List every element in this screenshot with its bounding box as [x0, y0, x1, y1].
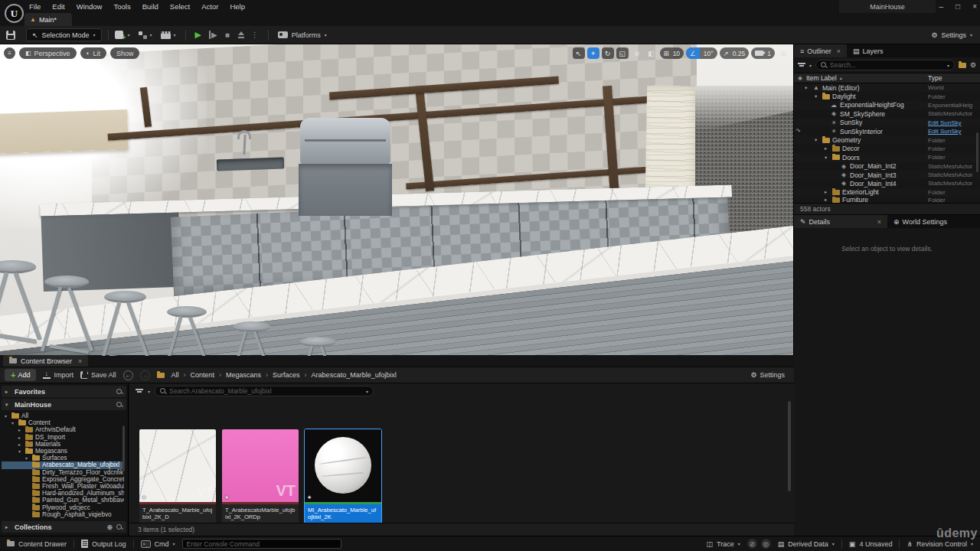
tab-content-browser[interactable]: Content Browser ×	[3, 355, 88, 367]
search-icon[interactable]	[116, 524, 122, 530]
outliner-row[interactable]: ▸Furniture Folder	[794, 197, 980, 203]
tab-details[interactable]: ✎ Details ×	[794, 215, 887, 228]
snapshot-status-icon[interactable]: ◎	[761, 539, 771, 549]
filter-icon[interactable]	[136, 388, 143, 395]
close-button[interactable]: ×	[972, 2, 977, 11]
favorites-section[interactable]: ▸ Favorites	[2, 386, 126, 397]
editor-mode-dropdown[interactable]: ↖ Selection Mode ▾	[26, 28, 102, 41]
lit-mode-dropdown[interactable]: ◐ Lit	[80, 47, 106, 59]
cb-settings-dropdown[interactable]: ⚙ Settings	[750, 371, 789, 379]
tab-outliner[interactable]: ≡ Outliner ×	[794, 44, 847, 57]
console-command-box[interactable]	[182, 539, 341, 549]
outliner-settings-gear-icon[interactable]: ⚙	[970, 61, 976, 69]
visibility-eye-icon[interactable]: ◉	[794, 75, 806, 81]
tree-item-archvisdefault[interactable]: ▸ArchvisDefault	[2, 426, 124, 433]
column-item-label[interactable]: Item Label	[806, 74, 837, 82]
play-options-kebab[interactable]: ⋮	[251, 31, 259, 39]
tab-world-settings[interactable]: ⊕ World Settings	[887, 215, 953, 228]
tab-main-level[interactable]: ▲ Main*	[24, 13, 72, 26]
tree-item-arabescato-marble[interactable]: Arabescato_Marble_ufojbixl	[2, 461, 124, 468]
asset-search[interactable]: ▾	[155, 386, 374, 396]
outliner-row[interactable]: ▸Decor Folder	[794, 145, 980, 153]
close-icon[interactable]: ×	[877, 218, 881, 226]
tree-scrollbar[interactable]	[122, 425, 125, 471]
tab-layers[interactable]: ▤ Layers	[847, 44, 890, 57]
world-local-toggle[interactable]: ⊕	[631, 47, 643, 59]
rotation-snap-control[interactable]: ∠ 10°	[686, 47, 717, 59]
cmd-dropdown[interactable]: >_ Cmd ▾	[134, 536, 182, 551]
asset-search-input[interactable]	[169, 387, 363, 395]
scale-snap-control[interactable]: ↗ 0.25	[720, 47, 750, 59]
maximize-button[interactable]: □	[956, 2, 960, 11]
project-section[interactable]: ▾ MainHouse	[2, 399, 126, 410]
column-type-label[interactable]: Type	[928, 74, 942, 82]
tree-item-painted-gun-metal[interactable]: Painted_Gun_Metal_shrbbavc	[2, 497, 124, 504]
tree-item-content[interactable]: ▾Content	[2, 419, 124, 426]
close-icon[interactable]: ×	[837, 47, 841, 55]
menu-help[interactable]: Help	[230, 2, 245, 11]
filter-icon[interactable]	[798, 62, 805, 69]
outliner-row[interactable]: ▾Geometry Folder	[794, 135, 980, 144]
tree-item-materials[interactable]: ▸Materials	[2, 441, 124, 448]
outliner-row[interactable]: ◈SM_SkySphere StaticMeshActor	[794, 109, 980, 118]
breadcrumb-surfaces[interactable]: Surfaces	[273, 371, 300, 379]
show-dropdown[interactable]: Show	[110, 47, 140, 59]
outliner-scrollbar[interactable]	[976, 132, 978, 172]
forward-button[interactable]: →	[140, 370, 150, 380]
tree-item-ds-import[interactable]: ▸DS_Import	[2, 434, 124, 441]
asset-view-scrollbar[interactable]	[788, 401, 791, 491]
add-actor-button[interactable]: + ▾	[115, 28, 130, 41]
trace-button[interactable]: ◫ Trace ▾	[700, 536, 747, 551]
platforms-dropdown[interactable]: Platforms ▾	[278, 31, 327, 39]
blueprints-button[interactable]: ▾	[139, 31, 152, 39]
edit-sunsky-link[interactable]: Edit SunSky	[928, 119, 975, 126]
add-collection-icon[interactable]: ⊕	[106, 523, 113, 531]
output-log-button[interactable]: Output Log	[74, 536, 133, 551]
outliner-row[interactable]: ▸ExteriorLight Folder	[794, 188, 980, 197]
maximize-viewport-button[interactable]: ⊞	[777, 47, 789, 59]
derived-data-button[interactable]: ▤ Derived Data ▾	[771, 536, 841, 551]
tree-item-hard-anodized-aluminum[interactable]: Hard-anodized_Aluminum_shnb	[2, 490, 124, 497]
breadcrumb-current-folder[interactable]: Arabescato_Marble_ufojbixl	[312, 371, 397, 379]
tree-item-exposed-aggregate[interactable]: Exposed_Aggregate_Concrete_w	[2, 476, 124, 483]
outliner-row[interactable]: ▾Doors Folder	[794, 153, 980, 161]
grid-snap-control[interactable]: ⊞ 10	[660, 47, 684, 59]
tree-item-surfaces[interactable]: ▾Surfaces	[2, 455, 124, 461]
camera-speed-control[interactable]: 1	[751, 47, 775, 59]
outliner-row[interactable]: ↷ ☀SunSkyInterior Edit SunSky	[794, 127, 980, 135]
menu-select[interactable]: Select	[170, 2, 190, 11]
play-button[interactable]: ▶	[195, 30, 201, 40]
tree-item-megascans[interactable]: ▾Megascans	[2, 448, 124, 455]
perspective-dropdown[interactable]: ◧ Perspective	[19, 47, 77, 59]
breadcrumb-all[interactable]: All	[172, 371, 179, 379]
save-icon[interactable]	[6, 31, 15, 40]
tree-item-plywood[interactable]: Plywood_vdcjecc	[2, 504, 124, 510]
insights-status-icon[interactable]: ⊘	[747, 539, 757, 549]
surface-snapping-button[interactable]: ◧	[645, 47, 658, 59]
close-icon[interactable]: ×	[78, 357, 82, 365]
menu-file[interactable]: File	[29, 2, 41, 11]
tree-item-fresh-wall-plaster[interactable]: Fresh_Wall_Plaster_wi0oadulw	[2, 483, 124, 490]
outliner-row[interactable]: ☀SunSky Edit SunSky	[794, 119, 980, 127]
outliner-row[interactable]: ▾▲Main (Editor) World	[794, 83, 980, 92]
cinematics-button[interactable]: ▾	[161, 31, 175, 39]
scale-tool-button[interactable]: ◱	[616, 47, 629, 59]
outliner-row[interactable]: ◈Door_Main_Int4 StaticMeshActor	[794, 179, 980, 187]
tree-item-dirty-terrazzo[interactable]: Dirty_Terrazzo_Floor_vdcnfik	[2, 469, 124, 476]
stop-button[interactable]: ■	[225, 31, 230, 39]
eject-button[interactable]	[237, 31, 245, 39]
collections-section[interactable]: ▸ Collections ⊕	[2, 521, 126, 533]
outliner-row[interactable]: ▾Daylight Folder	[794, 92, 980, 100]
outliner-search-input[interactable]	[830, 61, 944, 69]
menu-actor[interactable]: Actor	[201, 2, 218, 11]
content-drawer-button[interactable]: Content Drawer	[0, 536, 74, 551]
outliner-row[interactable]: ☁ExponentialHeightFog ExponentialHeig	[794, 101, 980, 109]
outliner-row[interactable]: ◈Door_Main_Int2 StaticMeshActor	[794, 162, 980, 171]
back-button[interactable]: ←	[123, 370, 133, 380]
import-button[interactable]: Import	[43, 371, 74, 379]
tree-item-all[interactable]: ▾All	[2, 412, 124, 419]
add-button[interactable]: + Add	[5, 369, 36, 381]
console-command-input[interactable]	[187, 540, 337, 548]
toolbar-settings-dropdown[interactable]: ⚙ Settings ▾	[931, 31, 980, 39]
minimize-button[interactable]: –	[939, 2, 944, 11]
